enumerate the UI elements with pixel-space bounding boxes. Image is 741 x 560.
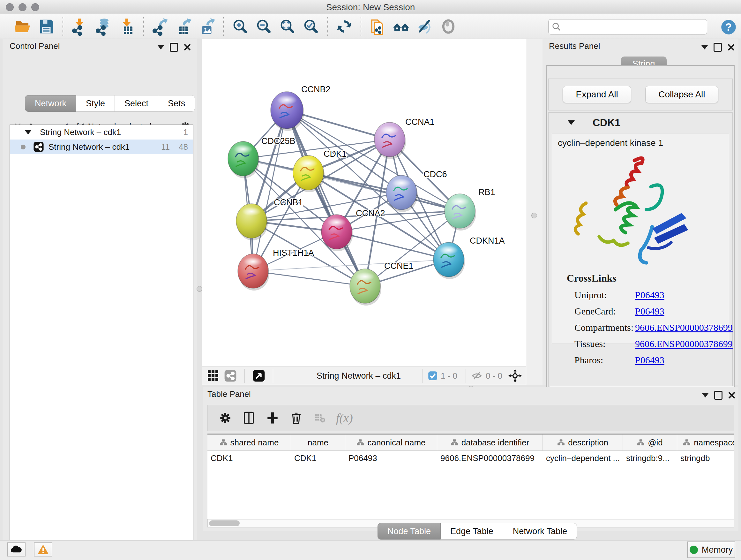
- title-bar: Session: New Session: [0, 0, 741, 14]
- delete-table-button[interactable]: [311, 411, 328, 425]
- memory-button[interactable]: Memory: [687, 542, 735, 558]
- column-header-database-identifier[interactable]: database identifier: [437, 435, 543, 450]
- show-glass-button[interactable]: [439, 17, 458, 37]
- import-table-icon: [118, 17, 135, 36]
- tab-network-table[interactable]: Network Table: [503, 523, 577, 540]
- help-button[interactable]: ?: [719, 17, 738, 37]
- network-node-CCNA1[interactable]: [374, 122, 406, 159]
- close-panel-icon[interactable]: [728, 392, 735, 399]
- collapse-all-button[interactable]: Collapse All: [645, 86, 718, 103]
- table-row[interactable]: CDK1CDK1P064939606.ENSP00000378699cyclin…: [207, 451, 734, 465]
- export-image-button[interactable]: [197, 17, 217, 37]
- import-network-file-button[interactable]: [70, 17, 89, 37]
- scrollbar-thumb[interactable]: [209, 520, 240, 526]
- tab-sets[interactable]: Sets: [158, 95, 195, 112]
- network-canvas[interactable]: CCNB2CCNA1CDC25BCDK1CDC6RB1CCNB1CCNA2CDK…: [202, 39, 526, 367]
- search-box: [548, 19, 707, 35]
- crosslink-link[interactable]: 9606.ENSP00000378699: [635, 338, 733, 349]
- table-options-button[interactable]: [217, 411, 234, 425]
- crosslinks-rows: Uniprot:P06493GeneCard:P06493Compartment…: [555, 290, 733, 366]
- close-panel-icon[interactable]: [728, 44, 735, 51]
- create-column-button[interactable]: [264, 411, 281, 425]
- save-session-button[interactable]: [37, 17, 56, 37]
- zoom-selected-button[interactable]: [301, 17, 321, 37]
- zoom-fit-button[interactable]: [278, 17, 297, 37]
- column-header-shared-name[interactable]: shared name: [207, 435, 291, 450]
- memory-status-dot: [690, 546, 698, 554]
- entry-header[interactable]: CDK1: [549, 113, 732, 132]
- crosslink-link[interactable]: P06493: [635, 355, 664, 366]
- collection-expander-icon[interactable]: [24, 130, 31, 134]
- column-header-description[interactable]: description: [543, 435, 623, 450]
- crosslink-row: Pharos:P06493: [555, 355, 733, 366]
- column-header-canonical-name[interactable]: canonical name: [345, 435, 437, 450]
- open-session-button[interactable]: [13, 17, 32, 37]
- export-network-button[interactable]: [150, 17, 170, 37]
- collapse-panel-icon[interactable]: [702, 393, 709, 397]
- refresh-button[interactable]: [334, 17, 354, 37]
- zoom-in-button[interactable]: [230, 17, 250, 37]
- collection-row[interactable]: String Network – cdk1 1: [10, 125, 193, 139]
- network-node-CDK1[interactable]: [293, 155, 325, 192]
- tab-network[interactable]: Network: [25, 95, 76, 112]
- hide-glass-button[interactable]: [415, 17, 434, 37]
- network-node-CCNE1[interactable]: [350, 269, 381, 306]
- network-row[interactable]: String Network – cdk1 11 48: [10, 139, 193, 154]
- crosslink-row: GeneCard:P06493: [555, 306, 733, 317]
- column-header-@id[interactable]: @id: [623, 435, 677, 450]
- fit-content-button[interactable]: [508, 369, 522, 383]
- grid-view-button[interactable]: [207, 370, 219, 381]
- export-table-button[interactable]: [174, 17, 193, 37]
- network-node-label-CDKN1A: CDKN1A: [470, 236, 505, 246]
- crosslink-label: Compartments:: [575, 322, 635, 333]
- show-columns-button[interactable]: [240, 411, 258, 425]
- zoom-out-button[interactable]: [254, 17, 274, 37]
- network-node-CCNB1[interactable]: [236, 204, 268, 240]
- network-view-share-button[interactable]: [224, 369, 237, 382]
- string-home-button[interactable]: [391, 17, 411, 37]
- entry-expander-icon[interactable]: [568, 120, 575, 125]
- column-header-label: description: [568, 438, 608, 448]
- selected-checkbox-icon[interactable]: [428, 371, 437, 381]
- splitter-handle[interactable]: [531, 212, 537, 219]
- birdseye-view-button[interactable]: [253, 369, 265, 382]
- shared-column-icon: [356, 439, 364, 446]
- right-splitter[interactable]: [526, 39, 543, 385]
- close-panel-icon[interactable]: [184, 44, 191, 51]
- tab-edge-table[interactable]: Edge Table: [441, 523, 503, 540]
- search-input[interactable]: [564, 20, 707, 34]
- status-separator: [422, 369, 423, 383]
- crosslink-label: Tissues:: [575, 338, 635, 349]
- cloud-status-button[interactable]: [7, 543, 25, 557]
- table-cell: P06493: [345, 451, 437, 465]
- network-node-CDC25B[interactable]: [228, 141, 259, 178]
- tab-select[interactable]: Select: [115, 95, 158, 112]
- float-panel-icon[interactable]: [714, 391, 723, 400]
- float-panel-icon[interactable]: [714, 43, 722, 52]
- network-edge-CCNB2-HIST1H1A[interactable]: [253, 110, 287, 271]
- left-splitter[interactable]: [197, 39, 202, 542]
- network-node-CCNB2[interactable]: [271, 91, 304, 131]
- collapse-panel-icon[interactable]: [701, 45, 708, 50]
- import-table-file-button[interactable]: [117, 17, 137, 37]
- expand-all-button[interactable]: Expand All: [562, 86, 631, 103]
- toolbar-separator: [143, 17, 144, 36]
- collapse-panel-icon[interactable]: [158, 45, 164, 50]
- warnings-button[interactable]: [34, 543, 52, 557]
- network-edge-HIST1H1A-CCNE1[interactable]: [253, 271, 365, 286]
- delete-column-button[interactable]: [287, 411, 305, 425]
- tab-node-table[interactable]: Node Table: [378, 523, 441, 540]
- column-header-name[interactable]: name: [291, 435, 345, 450]
- tab-style[interactable]: Style: [76, 95, 115, 112]
- crosslink-link[interactable]: P06493: [635, 306, 664, 317]
- network-node-HIST1H1A[interactable]: [238, 254, 269, 291]
- crosslink-link[interactable]: P06493: [635, 290, 664, 300]
- float-panel-icon[interactable]: [170, 43, 178, 52]
- function-builder-button[interactable]: f(x): [334, 411, 355, 425]
- string-import-button[interactable]: [367, 17, 387, 37]
- network-node-CDKN1A[interactable]: [433, 242, 465, 279]
- column-header-namespace[interactable]: namespace: [677, 435, 734, 450]
- import-network-database-button[interactable]: [93, 17, 113, 37]
- crosslink-link[interactable]: 9606.ENSP00000378699: [635, 322, 733, 333]
- network-node-RB1[interactable]: [445, 194, 476, 231]
